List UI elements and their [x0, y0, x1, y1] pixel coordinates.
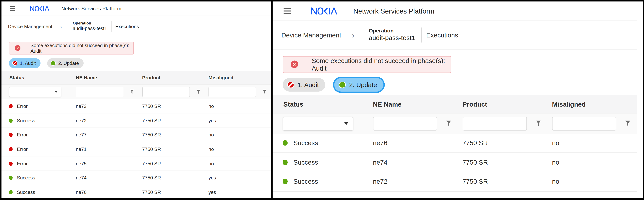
misaligned-cell: no — [552, 178, 637, 185]
phase-update-result-icon — [339, 81, 346, 88]
misaligned-cell: no — [552, 159, 637, 166]
status-label: Error — [17, 146, 28, 152]
misaligned-filter-input[interactable] — [552, 117, 616, 131]
table-row[interactable]: Error ne75 7750 SR no — [2, 157, 271, 171]
status-label: Success — [17, 190, 35, 195]
status-cell: Error — [10, 132, 76, 138]
table-filter-row — [272, 113, 637, 133]
ne-name-cell: ne71 — [76, 146, 142, 152]
update-phase-view: Network Services Platform Device Managem… — [272, 1, 643, 198]
product-cell: 7750 SR — [462, 159, 552, 166]
error-banner-text: Some executions did not succeed in phase… — [30, 43, 134, 54]
product-cell: 7750 SR — [142, 161, 208, 166]
status-filter-select[interactable] — [282, 117, 354, 131]
status-dot — [282, 179, 288, 184]
status-dot — [9, 133, 12, 137]
column-header-product: Product — [142, 75, 208, 80]
filter-funnel-icon[interactable] — [263, 90, 266, 94]
misaligned-cell: yes — [208, 118, 271, 123]
menu-icon[interactable] — [284, 8, 290, 14]
phase-chip-label: 1. Audit — [20, 60, 36, 66]
table-row[interactable]: Success ne74 7750 SR yes — [2, 171, 271, 185]
ne-name-filter-input[interactable] — [373, 117, 437, 131]
status-dot — [9, 161, 12, 166]
column-header-status: Status — [283, 100, 373, 108]
table-row[interactable]: Error ne73 7750 SR no — [2, 99, 271, 113]
table-row[interactable]: Success ne76 7750 SR no — [272, 133, 637, 153]
table-row[interactable]: Error ne71 7750 SR no — [2, 142, 271, 156]
breadcrumb-executions: Executions — [426, 31, 458, 39]
status-dot — [282, 140, 288, 145]
table-row[interactable]: Success ne74 7750 SR no — [272, 153, 637, 172]
app-title: Network Services Platform — [61, 6, 121, 11]
phase-chip-update[interactable]: 2. Update — [334, 78, 384, 92]
status-cell: Success — [283, 159, 373, 166]
menu-icon[interactable] — [10, 6, 15, 10]
misaligned-cell: no — [208, 132, 271, 138]
breadcrumb-operation[interactable]: Operation audit-pass-test1 — [73, 21, 107, 32]
phase-update-result-icon — [50, 61, 56, 66]
table-body: Error ne73 7750 SR no Success ne72 7750 … — [2, 99, 271, 198]
table-row[interactable]: Error ne77 7750 SR no — [2, 128, 271, 142]
product-cell: 7750 SR — [142, 103, 208, 109]
table-row[interactable]: Success ne72 7750 SR no — [272, 172, 637, 191]
status-filter-select[interactable] — [9, 87, 61, 97]
table-row[interactable]: Success ne72 7750 SR yes — [2, 113, 271, 128]
product-filter-input[interactable] — [142, 87, 190, 97]
status-dot — [9, 176, 12, 180]
phase-chip-audit[interactable]: 1. Audit — [282, 78, 325, 92]
breadcrumb-device-management[interactable]: Device Management — [8, 23, 52, 29]
breadcrumb: Device Management › Operation audit-pass… — [272, 21, 637, 49]
misaligned-cell: no — [552, 139, 637, 147]
misaligned-cell: no — [208, 146, 271, 152]
ne-name-cell: ne74 — [76, 175, 142, 181]
product-cell: 7750 SR — [142, 146, 208, 152]
status-label: Success — [294, 159, 318, 166]
breadcrumb: Device Management › Operation audit-pass… — [2, 16, 271, 37]
app-title: Network Services Platform — [354, 7, 434, 15]
status-label: Error — [17, 161, 28, 166]
breadcrumb-executions: Executions — [115, 23, 139, 29]
misaligned-filter-input[interactable] — [208, 87, 256, 97]
table-row[interactable]: Success ne76 7750 SR yes — [2, 185, 271, 198]
error-banner: ✕ Some executions did not succeed in pha… — [282, 56, 451, 73]
app-bar: Network Services Platform — [2, 1, 271, 16]
phase-chip-label: 1. Audit — [298, 81, 319, 89]
breadcrumb-operation[interactable]: Operation audit-pass-test1 — [369, 27, 415, 43]
product-cell: 7750 SR — [142, 132, 208, 138]
status-label: Success — [294, 178, 318, 185]
status-dot — [9, 190, 12, 194]
ne-name-cell: ne76 — [373, 139, 462, 147]
product-cell: 7750 SR — [142, 190, 208, 195]
filter-funnel-icon[interactable] — [130, 90, 134, 94]
breadcrumb-device-management[interactable]: Device Management — [281, 31, 341, 39]
product-cell: 7750 SR — [142, 118, 208, 123]
phase-chip-label: 2. Update — [58, 60, 79, 66]
filter-funnel-icon[interactable] — [196, 90, 200, 94]
phase-audit-result-icon — [287, 81, 294, 88]
phase-chip-audit[interactable]: 1. Audit — [9, 58, 40, 68]
phase-chip-update[interactable]: 2. Update — [47, 58, 84, 68]
status-cell: Success — [10, 190, 76, 195]
misaligned-cell: no — [208, 161, 271, 166]
notice-area: ✕ Some executions did not succeed in pha… — [272, 49, 637, 92]
ne-name-filter-input[interactable] — [76, 87, 123, 97]
filter-funnel-icon[interactable] — [446, 121, 451, 127]
error-circle-icon: ✕ — [290, 61, 298, 68]
filter-funnel-icon[interactable] — [625, 121, 630, 127]
status-cell: Error — [10, 146, 76, 152]
status-dot — [9, 118, 12, 122]
status-cell: Success — [283, 139, 373, 147]
status-cell: Success — [283, 178, 373, 185]
product-cell: 7750 SR — [462, 139, 552, 147]
app-bar: Network Services Platform — [272, 1, 637, 21]
status-dot — [282, 159, 288, 165]
product-filter-input[interactable] — [462, 117, 527, 131]
status-dot — [9, 147, 12, 151]
ne-name-cell: ne75 — [76, 161, 142, 166]
filter-funnel-icon[interactable] — [536, 121, 541, 127]
phase-audit-result-icon — [12, 61, 17, 66]
error-banner-text: Some executions did not succeed in phase… — [312, 57, 451, 72]
status-label: Success — [294, 139, 318, 147]
ne-name-cell: ne77 — [76, 132, 142, 138]
